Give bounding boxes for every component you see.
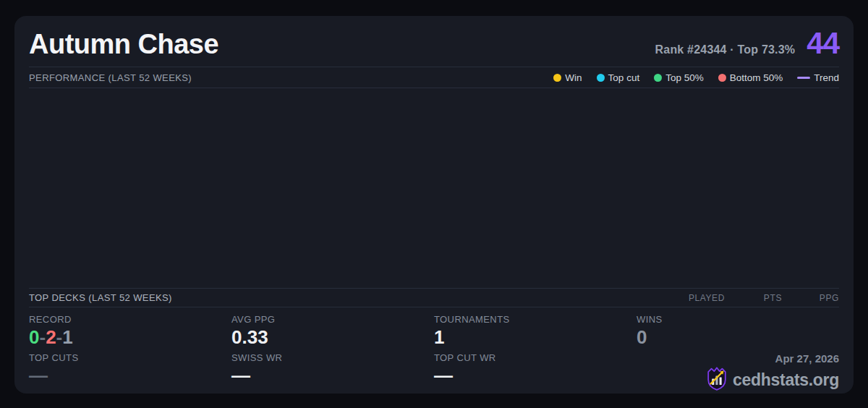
snapshot-date: Apr 27, 2026 xyxy=(775,352,839,365)
record-separator: - xyxy=(56,326,63,348)
performance-header: PERFORMANCE (LAST 52 WEEKS) Win Top cut … xyxy=(29,67,839,88)
cedhstats-shield-logo-icon xyxy=(706,367,728,394)
rank-text: Rank #24344 · Top 73.3% xyxy=(655,43,796,56)
stat-top-cuts: TOP CUTS — xyxy=(29,352,231,394)
top-decks-header: TOP DECKS (LAST 52 WEEKS) PLAYED PTS PPG xyxy=(29,288,839,307)
column-header-pts: PTS xyxy=(725,293,782,303)
footer-branding: Apr 27, 2026 cedhstats.org xyxy=(637,352,839,394)
tournaments-label: TOURNAMENTS xyxy=(434,314,637,325)
card-header: Autumn Chase Rank #24344 · Top 73.3% 44 xyxy=(29,16,839,67)
wins-label: WINS xyxy=(637,314,839,325)
stat-record: RECORD 0-2-1 xyxy=(29,314,231,348)
top-cut-wr-label: TOP CUT WR xyxy=(434,352,637,363)
stats-grid: RECORD 0-2-1 AVG PPG 0.33 TOURNAMENTS 1 … xyxy=(29,307,839,394)
legend-label: Top cut xyxy=(608,72,640,83)
rank-summary: Rank #24344 · Top 73.3% 44 xyxy=(655,26,839,61)
brand-row: cedhstats.org xyxy=(706,367,839,394)
win-dot-icon xyxy=(553,74,561,82)
performance-chart-area xyxy=(29,88,839,288)
player-stats-card: Autumn Chase Rank #24344 · Top 73.3% 44 … xyxy=(14,16,854,394)
column-header-ppg: PPG xyxy=(782,293,839,303)
bottom50-dot-icon xyxy=(718,74,726,82)
legend-item-trend: Trend xyxy=(797,72,839,83)
stat-top-cut-wr: TOP CUT WR — xyxy=(434,352,637,394)
wins-value: 0 xyxy=(637,327,839,348)
record-wins: 0 xyxy=(29,326,39,348)
legend-label: Bottom 50% xyxy=(730,72,783,83)
legend-item-top-cut: Top cut xyxy=(597,72,640,83)
swiss-wr-value: — xyxy=(231,365,434,386)
top-cut-wr-value: — xyxy=(434,365,637,386)
swiss-wr-label: SWISS WR xyxy=(231,352,434,363)
column-header-played: PLAYED xyxy=(668,293,725,303)
top-cut-dot-icon xyxy=(597,74,605,82)
performance-label: PERFORMANCE (LAST 52 WEEKS) xyxy=(29,72,192,83)
legend-item-top50: Top 50% xyxy=(654,72,704,83)
brand-name: cedhstats.org xyxy=(733,370,839,390)
top-decks-columns: PLAYED PTS PPG xyxy=(668,293,839,303)
stat-avg-ppg: AVG PPG 0.33 xyxy=(231,314,434,348)
tournaments-value: 1 xyxy=(434,327,637,348)
stat-tournaments: TOURNAMENTS 1 xyxy=(434,314,637,348)
avg-ppg-label: AVG PPG xyxy=(231,314,434,325)
legend-item-win: Win xyxy=(553,72,582,83)
points-value: 44 xyxy=(807,26,839,61)
top-cuts-label: TOP CUTS xyxy=(29,352,231,363)
top-decks-label: TOP DECKS (LAST 52 WEEKS) xyxy=(29,292,172,303)
legend-item-bottom50: Bottom 50% xyxy=(718,72,783,83)
chart-legend: Win Top cut Top 50% Bottom 50% Trend xyxy=(553,72,839,83)
top50-dot-icon xyxy=(654,74,662,82)
avg-ppg-value: 0.33 xyxy=(231,327,434,348)
legend-label: Top 50% xyxy=(665,72,704,83)
stat-swiss-wr: SWISS WR — xyxy=(231,352,434,394)
record-losses: 2 xyxy=(46,326,56,348)
page-title: Autumn Chase xyxy=(29,29,218,60)
top-cuts-value: — xyxy=(29,365,231,386)
record-value: 0-2-1 xyxy=(29,327,231,348)
record-draws: 1 xyxy=(62,326,72,348)
record-label: RECORD xyxy=(29,314,231,325)
legend-label: Trend xyxy=(814,72,839,83)
trend-line-icon xyxy=(797,77,810,79)
legend-label: Win xyxy=(565,72,582,83)
stat-wins: WINS 0 xyxy=(637,314,839,348)
record-separator: - xyxy=(39,326,46,348)
